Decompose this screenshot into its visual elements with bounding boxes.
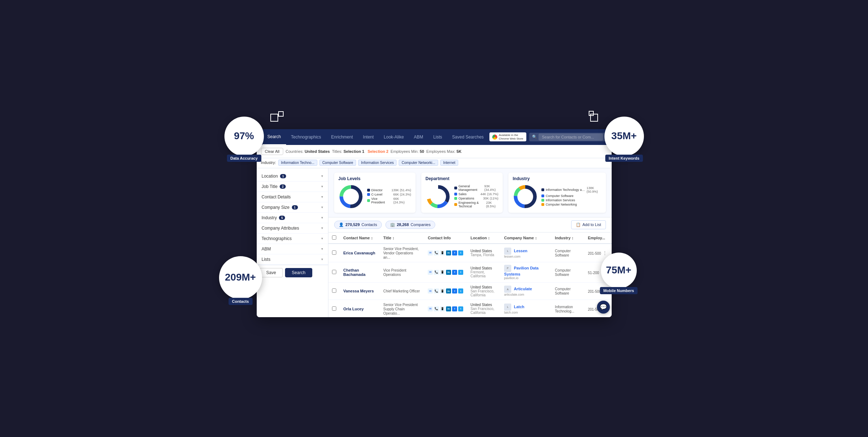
tab-look-alike[interactable]: Look-Alike <box>379 129 409 145</box>
contact-name-2[interactable]: Vanessa Meyers <box>343 289 374 293</box>
tab-technographics[interactable]: Technographics <box>286 129 326 145</box>
col-employees[interactable]: Employ... <box>584 232 612 244</box>
sidebar-item-company-attributes[interactable]: Company Attributes ▾ <box>257 223 328 234</box>
mobile-icon-2[interactable]: 📱 <box>440 288 445 293</box>
twitter-icon-3[interactable]: t <box>458 306 463 311</box>
facebook-icon-3[interactable]: f <box>452 306 457 311</box>
row-select-2[interactable] <box>332 288 336 293</box>
phone-icon-2[interactable]: 📞 <box>434 288 439 293</box>
row-select-3[interactable] <box>332 306 336 311</box>
clear-all-button[interactable]: Clear All <box>261 148 284 155</box>
cell-contact-info-1: ✉ 📞 📱 in f t <box>424 262 467 282</box>
industry-tag-2[interactable]: Information Services <box>358 160 397 166</box>
company-link-3[interactable]: Latch <box>514 304 524 309</box>
linkedin-icon-0[interactable]: in <box>446 250 451 255</box>
chevron-company-size: ▾ <box>321 205 323 209</box>
row-select-1[interactable] <box>332 270 336 274</box>
industry-tag-4[interactable]: Internet <box>440 160 458 166</box>
chevron-lists: ▾ <box>321 257 323 261</box>
donut-department <box>426 184 451 209</box>
chevron-company-attributes: ▾ <box>321 226 323 230</box>
row-select-0[interactable] <box>332 250 336 255</box>
add-to-list-button[interactable]: 📋 Add to List <box>571 220 606 229</box>
company-link-0[interactable]: Lessen <box>514 248 527 253</box>
cell-location-3: United States San Francisco, California <box>467 300 501 317</box>
tab-intent[interactable]: Intent <box>358 129 379 145</box>
col-contact-info: Contact Info <box>424 232 467 244</box>
email-icon-3[interactable]: ✉ <box>428 306 433 311</box>
nav-search-area: Available in the Chrome Web Store 🔍 <box>489 132 606 141</box>
sidebar-item-job-title[interactable]: Job Title 2 ▾ <box>257 182 328 192</box>
twitter-icon-0[interactable]: t <box>458 250 463 255</box>
table-row: Vanessa Meyers Chief Marketing Officer ✉… <box>328 282 612 300</box>
industry-tag-0[interactable]: Information Techno... <box>278 160 317 166</box>
sidebar-item-location[interactable]: Location 1 ▾ <box>257 171 328 182</box>
save-button[interactable]: Save <box>260 268 283 277</box>
industry-label: Industry: <box>261 160 276 165</box>
phone-icon-0[interactable]: 📞 <box>434 250 439 255</box>
email-icon-1[interactable]: ✉ <box>428 270 433 275</box>
deco-square-2 <box>278 111 284 117</box>
contact-name-0[interactable]: Erica Cavanaugh <box>343 251 375 255</box>
industry-tag-3[interactable]: Computer Networki... <box>399 160 438 166</box>
facebook-icon-0[interactable]: f <box>452 250 457 255</box>
tab-search[interactable]: Search <box>262 129 286 145</box>
col-contact-name[interactable]: Contact Name ↕ <box>340 232 380 244</box>
sidebar-item-lists[interactable]: Lists ▾ <box>257 254 328 265</box>
deco-square-1 <box>270 114 278 122</box>
row-checkbox-0 <box>328 244 340 262</box>
company-link-2[interactable]: Articulate <box>514 287 532 291</box>
linkedin-icon-3[interactable]: in <box>446 306 451 311</box>
email-icon-2[interactable]: ✉ <box>428 288 433 293</box>
right-content: Job Levels <box>328 168 612 317</box>
col-title[interactable]: Title ↕ <box>380 232 424 244</box>
sidebar-item-technographics[interactable]: Technographics ▾ <box>257 234 328 244</box>
phone-icon-1[interactable]: 📞 <box>434 270 439 275</box>
sidebar-item-company-size[interactable]: Company Size 1 ▾ <box>257 202 328 213</box>
row-checkbox-3 <box>328 300 340 317</box>
linkedin-icon-1[interactable]: in <box>446 270 451 275</box>
facebook-icon-1[interactable]: f <box>452 270 457 275</box>
cell-title-3: Senior Vice President Supply Chain Opera… <box>380 300 424 317</box>
col-company-name[interactable]: Company Name ↕ <box>501 232 551 244</box>
company-logo-0: L <box>504 248 511 255</box>
chart-industry: Industry <box>508 173 606 213</box>
phone-icon-3[interactable]: 📞 <box>434 306 439 311</box>
contacts-count-badge[interactable]: 👤 270,529 Contacts <box>334 221 382 229</box>
mobile-icon-0[interactable]: 📱 <box>440 250 445 255</box>
contact-name-3[interactable]: Orla Lucey <box>343 307 364 311</box>
cell-title-2: Chief Marketing Officer <box>380 282 424 300</box>
contact-search-input[interactable] <box>539 133 603 141</box>
select-all-checkbox[interactable] <box>332 235 336 240</box>
sidebar-item-abm[interactable]: ABM ▾ <box>257 244 328 254</box>
twitter-icon-1[interactable]: t <box>458 270 463 275</box>
chart-industry-title: Industry <box>513 176 602 181</box>
company-domain-1: pavilion.io <box>504 276 548 280</box>
twitter-icon-2[interactable]: t <box>458 288 463 293</box>
linkedin-icon-2[interactable]: in <box>446 288 451 293</box>
col-industry[interactable]: Industry ↕ <box>551 232 584 244</box>
facebook-icon-2[interactable]: f <box>452 288 457 293</box>
company-logo-3: L <box>504 304 511 311</box>
col-location[interactable]: Location ↕ <box>467 232 501 244</box>
sidebar-item-industry[interactable]: Industry 5 ▾ <box>257 213 328 223</box>
contact-name-1[interactable]: Chethan Bachamada <box>343 268 366 277</box>
tab-saved-searches[interactable]: Saved Searches <box>447 129 489 145</box>
email-icon-0[interactable]: ✉ <box>428 250 433 255</box>
mobile-icon-3[interactable]: 📱 <box>440 306 445 311</box>
tab-enrichment[interactable]: Enrichment <box>326 129 358 145</box>
chevron-abm: ▾ <box>321 247 323 251</box>
chat-bubble[interactable]: 💬 <box>597 301 610 314</box>
mobile-icon-1[interactable]: 📱 <box>440 270 445 275</box>
search-button[interactable]: Search <box>285 268 312 277</box>
tab-lists[interactable]: Lists <box>428 129 447 145</box>
companies-count-badge[interactable]: 🏢 28,268 Companies <box>385 221 435 229</box>
tab-abm[interactable]: ABM <box>409 129 428 145</box>
cell-name-3: Orla Lucey <box>340 300 380 317</box>
row-more-btn-0[interactable]: ⋮ <box>602 250 607 256</box>
industry-tag-1[interactable]: Computer Software <box>319 160 356 166</box>
chrome-badge-text: Available in the Chrome Web Store <box>499 133 523 140</box>
company-domain-0: lessen.com <box>504 255 548 258</box>
sidebar-item-contact-details[interactable]: Contact Details ▾ <box>257 192 328 202</box>
badge-mobile: 75M+ Mobile Numbers <box>601 253 637 288</box>
